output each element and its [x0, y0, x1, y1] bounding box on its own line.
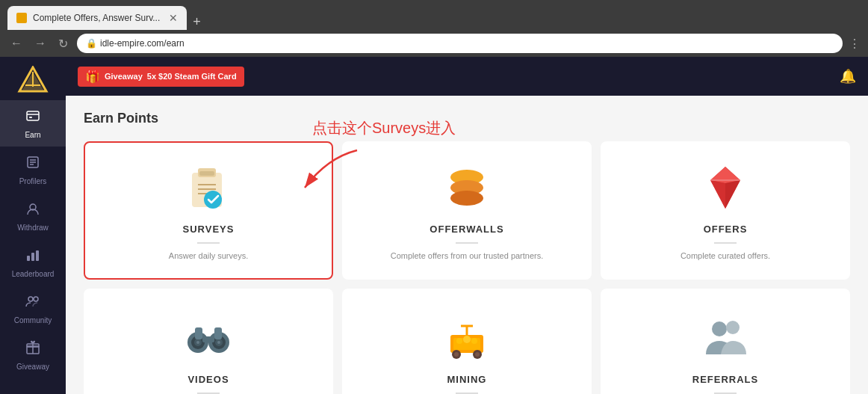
logo-svg	[16, 66, 49, 93]
svg-point-55	[475, 352, 480, 357]
svg-point-15	[28, 297, 33, 301]
svg-rect-4	[27, 111, 39, 120]
leaderboard-icon	[25, 247, 41, 267]
back-button[interactable]: ←	[7, 35, 25, 52]
svg-rect-14	[36, 250, 39, 261]
tab-title: Complete Offers, Answer Surv...	[33, 13, 160, 23]
svg-point-27	[204, 191, 222, 209]
giveaway-sidebar-icon	[25, 339, 41, 360]
offerwalls-divider	[456, 242, 478, 244]
svg-rect-12	[27, 256, 30, 261]
sidebar-item-giveaway[interactable]: Giveaway	[0, 332, 66, 378]
offers-card-desc: Complete curated offers.	[681, 251, 770, 260]
svg-point-53	[454, 352, 459, 357]
videos-card[interactable]: VIDEOS	[84, 289, 333, 394]
svg-marker-32	[710, 167, 740, 183]
svg-rect-44	[214, 327, 222, 339]
surveys-card-title: SURVEYS	[183, 224, 235, 235]
giveaway-banner[interactable]: 🎁 Giveaway 5x $20 Steam Gift Card	[78, 67, 244, 87]
url-text: idle-empire.com/earn	[100, 38, 185, 49]
offers-card[interactable]: OFFERS Complete curated offers.	[601, 141, 850, 280]
surveys-card[interactable]: SURVEYS Answer daily surveys.	[84, 141, 333, 280]
svg-point-59	[726, 321, 740, 334]
offers-divider	[714, 242, 737, 244]
svg-marker-33	[725, 180, 740, 209]
extension-area: ⋮	[849, 37, 861, 51]
sidebar-item-giveaway-label: Giveaway	[16, 363, 49, 371]
sidebar-item-community-label: Community	[14, 316, 52, 324]
referrals-icon	[698, 311, 752, 365]
address-bar[interactable]: 🔒 idle-empire.com/earn	[77, 34, 843, 53]
videos-card-title: VIDEOS	[187, 374, 229, 385]
svg-point-16	[34, 297, 38, 301]
tab-close-button[interactable]: ✕	[169, 12, 178, 24]
sidebar-item-leaderboard-label: Leaderboard	[12, 270, 55, 278]
referrals-card[interactable]: REFERRALS	[601, 289, 850, 394]
page-title: Earn Points	[84, 111, 850, 126]
earn-icon	[25, 108, 41, 128]
svg-point-50	[463, 336, 471, 343]
offers-card-title: OFFERS	[704, 224, 748, 235]
svg-point-51	[471, 338, 477, 344]
address-bar-row: ← → ↻ 🔒 idle-empire.com/earn ⋮	[0, 30, 868, 57]
offerwalls-card-title: OFFERWALLS	[430, 224, 503, 235]
profilers-icon	[25, 154, 41, 174]
lock-icon: 🔒	[86, 38, 97, 49]
mining-card[interactable]: MINING	[342, 289, 592, 394]
svg-point-46	[217, 341, 220, 344]
surveys-card-desc: Answer daily surveys.	[169, 251, 248, 260]
offerwalls-icon	[440, 161, 494, 215]
active-tab[interactable]: Complete Offers, Answer Surv... ✕	[7, 6, 187, 30]
offers-icon	[698, 161, 752, 215]
sidebar-item-withdraw-label: Withdraw	[17, 224, 49, 232]
main-content: Earn Points 点击这个Surveys进入	[66, 96, 868, 394]
logo[interactable]	[15, 64, 51, 94]
community-icon	[25, 293, 41, 313]
videos-icon	[182, 311, 235, 365]
giveaway-label: Giveaway	[105, 72, 143, 81]
mining-divider	[456, 393, 478, 394]
sidebar-item-earn[interactable]: Earn	[0, 100, 66, 147]
new-tab-button[interactable]: +	[187, 14, 207, 30]
notification-bell-icon[interactable]: 🔔	[840, 68, 856, 84]
sidebar-item-community[interactable]: Community	[0, 286, 66, 332]
mining-icon	[440, 311, 494, 365]
browser-tabs: Complete Offers, Answer Surv... ✕ +	[7, 0, 207, 30]
sidebar-item-leaderboard[interactable]: Leaderboard	[0, 239, 66, 286]
surveys-divider	[197, 242, 220, 244]
sidebar-item-withdraw[interactable]: Withdraw	[0, 193, 66, 239]
svg-rect-42	[202, 336, 214, 342]
svg-rect-43	[195, 327, 202, 339]
cards-grid: SURVEYS Answer daily surveys. OFFERWALLS	[84, 141, 850, 394]
offerwalls-card-desc: Complete offers from our trusted partner…	[391, 251, 544, 260]
svg-point-45	[196, 341, 199, 344]
mining-card-title: MINING	[447, 374, 487, 385]
app-header: 🎁 Giveaway 5x $20 Steam Gift Card 🔔	[66, 57, 868, 96]
sidebar-item-profilers[interactable]: Profilers	[0, 147, 66, 193]
svg-point-30	[450, 191, 483, 206]
giveaway-detail: 5x $20 Steam Gift Card	[147, 72, 237, 81]
forward-button[interactable]: →	[31, 35, 49, 52]
svg-point-49	[456, 338, 462, 344]
referrals-divider	[714, 393, 737, 394]
svg-rect-6	[29, 117, 32, 118]
referrals-card-title: REFERRALS	[692, 374, 758, 385]
svg-rect-13	[31, 253, 34, 261]
gift-icon: 🎁	[85, 70, 100, 84]
surveys-icon	[182, 161, 235, 215]
sidebar-item-profilers-label: Profilers	[19, 177, 47, 185]
withdraw-icon	[25, 200, 41, 221]
tab-favicon	[16, 13, 27, 23]
offerwalls-card[interactable]: OFFERWALLS Complete offers from our trus…	[342, 141, 592, 280]
svg-point-58	[712, 321, 727, 336]
svg-marker-34	[710, 180, 725, 209]
svg-rect-23	[199, 171, 214, 176]
browser-title-bar: Complete Offers, Answer Surv... ✕ +	[0, 0, 868, 30]
reload-button[interactable]: ↻	[55, 35, 71, 52]
app-container: Earn Profilers Withdraw Le	[0, 57, 868, 394]
sidebar-nav: Earn Profilers Withdraw Le	[0, 100, 66, 378]
videos-divider	[197, 393, 220, 394]
sidebar: Earn Profilers Withdraw Le	[0, 57, 66, 394]
sidebar-item-earn-label: Earn	[25, 131, 40, 139]
